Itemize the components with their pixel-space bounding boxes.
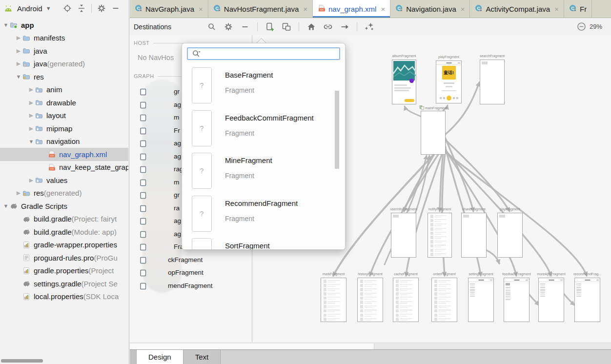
tree-item-gradle-scripts[interactable]: ▼Gradle Scripts (0, 200, 128, 213)
chevron-down-icon[interactable]: ▼ (46, 5, 51, 11)
tree-item-java[interactable]: ▶java (0, 44, 128, 58)
fragment-card-playfragment[interactable]: 童话! (436, 61, 462, 103)
editor-tab-navigation-java[interactable]: CNavigation.java× (390, 0, 470, 18)
destination-option-recommendfragment[interactable]: ?RecommendFragmentFragment (182, 193, 345, 236)
editor-tab-activitycompat-java[interactable]: CActivityCompat.java× (470, 0, 564, 18)
fragment-card-payfragment[interactable] (497, 213, 523, 258)
popup-scrollbar-thumb[interactable] (335, 91, 339, 169)
search-icon[interactable] (206, 21, 217, 32)
destination-option-sortfragment[interactable]: ?SortFragmentFragment (182, 236, 345, 250)
fragment-card-recommendfrag[interactable] (574, 278, 600, 322)
tree-item-suffix: (Project: fairyt (72, 215, 117, 223)
hide-panel-icon[interactable] (110, 3, 121, 14)
project-tree-hscrollbar-thumb[interactable] (1, 359, 43, 363)
fragment-card-moreappfragment[interactable] (538, 278, 564, 322)
auto-arrange-icon[interactable] (364, 21, 375, 32)
tree-item-mipmap[interactable]: ▶mipmap (0, 122, 128, 135)
editor-tab-navhostfragment-java[interactable]: CNavHostFragment.java× (208, 0, 313, 18)
chevron-right-icon[interactable]: ▶ (15, 35, 22, 41)
fragment-card-mainfragment[interactable] (421, 111, 446, 155)
toolbar-chip (482, 61, 488, 64)
nested-graph-icon[interactable] (281, 21, 292, 32)
fragment-card-cachefragment[interactable] (393, 278, 419, 322)
chevron-right-icon[interactable]: ▶ (15, 190, 22, 196)
graph-destination-row[interactable]: opFragment (130, 267, 252, 280)
destination-option-feedbackcommitfragment[interactable]: ?FeedbackCommitFragmentFragment (182, 108, 345, 150)
fragment-card-sharefragment[interactable] (461, 213, 487, 258)
chevron-right-icon[interactable]: ▶ (15, 48, 22, 54)
collapse-all-icon[interactable] (76, 3, 87, 14)
chevron-down-icon[interactable]: ▼ (27, 139, 35, 144)
start-destination-home-icon[interactable] (306, 21, 317, 32)
action-arrow-icon[interactable] (339, 21, 350, 32)
svg-text:<>: <> (320, 8, 324, 11)
fragment-card-userinfofragment[interactable] (391, 213, 416, 258)
mode-tab-text[interactable]: Text (183, 350, 221, 364)
editor-tab-fr[interactable]: CFr (564, 0, 592, 18)
canvas-hscrollbar-thumb[interactable] (130, 344, 374, 349)
tree-item-proguard-rules-pro[interactable]: proguard-rules.pro (ProGu (0, 251, 128, 264)
settings-gear-icon[interactable] (223, 21, 234, 32)
destination-search-input[interactable] (202, 49, 339, 59)
destination-option-basefragment[interactable]: ?BaseFragmentFragment (182, 65, 345, 107)
close-tab-icon[interactable]: × (554, 5, 559, 13)
chevron-right-icon[interactable]: ▶ (27, 112, 35, 119)
tree-item-layout[interactable]: ▶layout (0, 109, 128, 122)
canvas-hscrollbar[interactable] (130, 343, 611, 349)
chevron-down-icon[interactable]: ▼ (15, 74, 22, 80)
tree-item-values[interactable]: ▶values (0, 174, 128, 187)
destination-option-title: BaseFragment (225, 71, 273, 79)
xml-file-icon: <> (318, 4, 326, 14)
fragment-card-searchfragment[interactable] (480, 60, 505, 104)
tree-item-app[interactable]: ▼app (0, 19, 128, 32)
tree-item-java[interactable]: ▶java (generated) (0, 58, 128, 71)
tree-item-res[interactable]: ▼res (0, 70, 128, 83)
tree-item-nav-graph-xml[interactable]: <>nav_graph.xml (0, 148, 128, 161)
chevron-right-icon[interactable]: ▶ (27, 177, 35, 183)
tree-item-build-gradle[interactable]: build.gradle (Module: app) (0, 225, 128, 239)
chevron-right-icon[interactable]: ▶ (27, 100, 35, 106)
fragment-card-markfragment[interactable] (321, 278, 346, 322)
chevron-right-icon[interactable]: ▶ (27, 86, 35, 93)
tree-item-drawable[interactable]: ▶drawable (0, 96, 128, 109)
fragment-card-settingfragment[interactable] (468, 278, 494, 322)
editor-tab-nav-graph-xml[interactable]: <>nav_graph.xml× (313, 0, 390, 18)
project-view-selector[interactable]: Android (17, 4, 42, 13)
fragment-card-feedbackfragment[interactable] (504, 278, 530, 322)
new-destination-icon[interactable] (265, 21, 275, 32)
fragment-card-orderfragment[interactable] (431, 278, 457, 322)
mode-tab-design[interactable]: Design (137, 350, 183, 364)
graph-destination-row[interactable]: mendFragment (130, 280, 252, 293)
tree-item-gradle-wrapper-properties[interactable]: gradle-wrapper.properties (0, 239, 128, 252)
tree-item-res[interactable]: ▶res (generated) (0, 187, 128, 200)
tree-item-nav-keep-state-grap[interactable]: <>nav_keep_state_grap (0, 161, 128, 174)
destination-search-field[interactable] (187, 47, 340, 60)
settings-gear-icon[interactable] (96, 3, 107, 14)
locate-file-icon[interactable] (62, 3, 73, 14)
chevron-right-icon[interactable]: ▶ (15, 61, 22, 67)
tree-item-gradle-properties[interactable]: gradle.properties (Project (0, 264, 128, 278)
fragment-card-albumfragment[interactable] (392, 60, 416, 104)
destination-option-minefragment[interactable]: ?MineFragmentFragment (182, 150, 345, 193)
graph-destination-row[interactable]: ckFragment (130, 254, 252, 267)
tree-item-anim[interactable]: ▶anim (0, 83, 128, 97)
tree-item-suffix: (SDK Loca (83, 292, 119, 301)
close-tab-icon[interactable]: × (461, 5, 465, 13)
tree-item-settings-gradle[interactable]: settings.gradle (Project Se (0, 277, 128, 290)
editor-tab-navgraph-java[interactable]: CNavGraph.java× (130, 0, 208, 18)
deep-link-icon[interactable] (323, 21, 333, 32)
chevron-right-icon[interactable]: ▶ (27, 125, 35, 132)
chevron-down-icon[interactable]: ▼ (2, 203, 10, 209)
tree-item-build-gradle[interactable]: build.gradle (Project: fairyt (0, 213, 128, 226)
tree-item-local-properties[interactable]: local.properties (SDK Loca (0, 290, 128, 303)
minimize-icon[interactable] (240, 21, 250, 32)
fragment-card-historyfragment[interactable] (357, 278, 383, 322)
close-tab-icon[interactable]: × (381, 5, 385, 13)
tree-item-navigation[interactable]: ▼navigation (0, 135, 128, 148)
zoom-out-icon[interactable] (576, 21, 587, 32)
tree-item-manifests[interactable]: ▶manifests (0, 32, 128, 45)
fragment-card-notifyfragment[interactable] (428, 213, 452, 258)
close-tab-icon[interactable]: × (303, 5, 307, 13)
chevron-down-icon[interactable]: ▼ (2, 22, 10, 28)
close-tab-icon[interactable]: × (199, 5, 203, 13)
